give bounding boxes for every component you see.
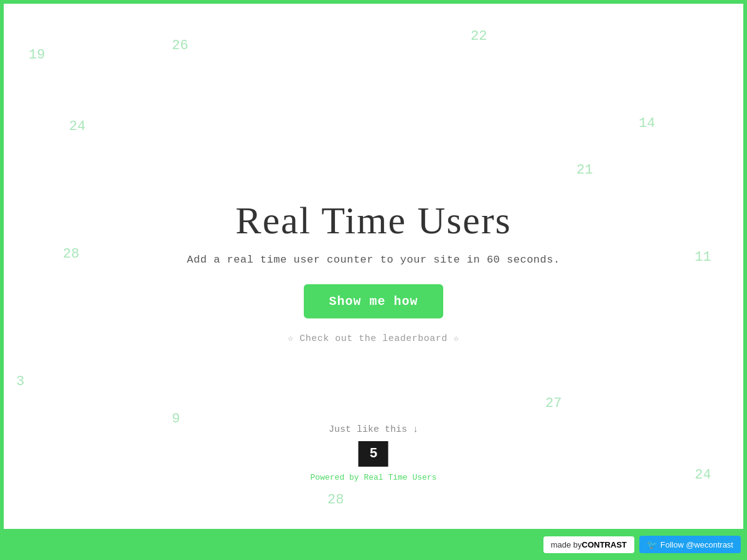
demo-label: Just like this ↓ (311, 424, 437, 435)
floating-number: 19 (29, 47, 45, 63)
leaderboard-link[interactable]: ☆ Check out the leaderboard ☆ (156, 332, 591, 344)
subtitle-text: Add a real time user counter to your sit… (156, 254, 591, 266)
floating-number: 24 (695, 467, 711, 483)
floating-number: 28 (327, 492, 344, 508)
powered-by-text: Powered by Real Time Users (311, 473, 437, 482)
twitter-follow-button[interactable]: 🐦 Follow @wecontrast (639, 536, 741, 553)
footer: made byCONTRAST 🐦 Follow @wecontrast (4, 529, 747, 560)
floating-number: 3 (16, 374, 24, 390)
floating-number: 21 (576, 162, 593, 178)
center-block: Real Time Users Add a real time user cou… (156, 198, 591, 344)
demo-section: Just like this ↓ 5 Powered by Real Time … (311, 424, 437, 483)
floating-number: 26 (172, 38, 188, 54)
made-by-badge: made byCONTRAST (543, 536, 634, 553)
floating-number: 9 (172, 411, 180, 427)
twitter-label: Follow @wecontrast (660, 540, 733, 549)
floating-number: 14 (639, 116, 655, 131)
main-content: 192622241421281132792824 Real Time Users… (4, 4, 743, 533)
brand-name: CONTRAST (582, 540, 627, 549)
floating-number: 22 (471, 29, 487, 44)
floating-number: 11 (695, 250, 711, 265)
twitter-icon: 🐦 (647, 539, 657, 549)
page-title: Real Time Users (156, 198, 591, 243)
floating-number: 27 (545, 396, 561, 411)
counter-widget: 5 (359, 441, 388, 467)
show-me-how-button[interactable]: Show me how (304, 284, 443, 319)
floating-number: 24 (69, 119, 85, 134)
floating-number: 28 (63, 246, 79, 262)
